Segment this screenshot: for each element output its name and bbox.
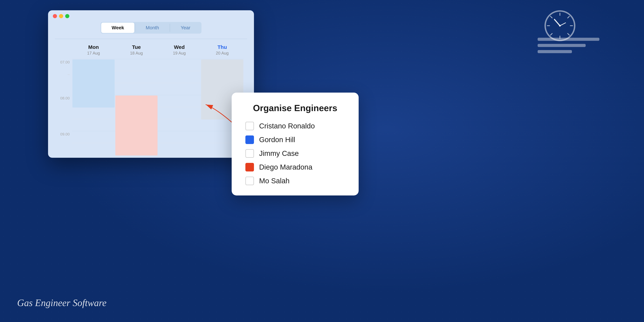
cell-thu-0700[interactable] [201,59,244,71]
cell-wed-1[interactable] [158,71,201,83]
calendar-grid: Mon 17 Aug Tue 18 Aug Wed 19 Aug Thu 20 … [48,42,254,158]
time-0700: 07.00 [58,59,72,71]
svg-line-8 [554,19,560,26]
block-mon-blue [72,59,115,107]
day-name-tue: Tue [115,44,158,50]
cell-wed-8[interactable] [158,155,201,158]
titlebar [48,10,254,22]
svg-line-7 [550,33,552,35]
organise-title: Organise Engineers [246,103,345,113]
cell-wed-0700[interactable] [158,59,201,71]
clock-line-3 [538,50,572,53]
cell-mon-8[interactable] [72,155,115,158]
calendar-header: Mon 17 Aug Tue 18 Aug Wed 19 Aug Thu 20 … [58,42,244,57]
maximize-button[interactable] [65,14,69,18]
time-0900: 09.00 [58,131,72,143]
cell-tue-1[interactable] [115,71,158,83]
tab-week[interactable]: Week [101,23,134,33]
cell-mon-5[interactable] [72,119,115,131]
cell-wed-0800[interactable] [158,95,201,107]
day-date-thu: 20 Aug [201,51,244,55]
engineer-name-3: Diego Maradona [259,163,312,171]
cell-tue-2[interactable] [115,83,158,95]
day-name-thu: Thu [201,44,244,50]
day-date-tue: 18 Aug [115,51,158,55]
engineer-item-2[interactable]: Jimmy Case [246,149,345,158]
engineer-name-4: Mo Salah [259,177,290,185]
day-name-wed: Wed [158,44,201,50]
cell-wed-0900[interactable] [158,131,201,143]
branding-text: Gas Engineer Software [17,298,106,308]
engineer-name-2: Jimmy Case [259,149,299,158]
minimize-button[interactable] [59,14,63,18]
day-date-mon: 17 Aug [72,51,115,55]
organise-panel: Organise Engineers Cristano Ronaldo Gord… [232,93,359,195]
svg-line-9 [560,23,566,26]
app-window: Week Month Year Mon 17 Aug Tue 18 Aug We… [48,10,254,158]
clock-face [544,10,575,41]
engineer-item-4[interactable]: Mo Salah [246,177,345,185]
branding: Gas Engineer Software [17,297,106,308]
day-header-thu: Thu 20 Aug [201,42,244,57]
cell-tue-0800[interactable] [115,95,158,107]
engineer-name-1: Gordon Hill [259,136,295,144]
time-tick-7 [58,143,72,155]
svg-line-5 [568,33,569,35]
svg-point-10 [559,25,561,26]
time-0800: 08.00 [58,95,72,107]
day-header-wed: Wed 19 Aug [158,42,201,57]
day-date-wed: 19 Aug [158,51,201,55]
block-tue-pink [115,95,158,156]
day-name-mon: Mon [72,44,115,50]
engineer-item-3[interactable]: Diego Maradona [246,163,345,171]
svg-line-6 [568,16,569,18]
cell-mon-0700[interactable] [72,59,115,71]
checkbox-mo[interactable] [246,177,254,185]
time-tick-2 [58,83,72,95]
cell-mon-0900[interactable] [72,131,115,143]
cell-mon-4[interactable] [72,107,115,119]
checkbox-jimmy[interactable] [246,149,254,158]
checkbox-diego[interactable] [246,163,254,171]
time-tick-4 [58,107,72,119]
tab-divider-2 [170,24,170,32]
day-header-mon: Mon 17 Aug [72,42,115,57]
engineer-item-0[interactable]: Cristano Ronaldo [246,122,345,130]
engineer-item-1[interactable]: Gordon Hill [246,135,345,144]
day-header-tue: Tue 18 Aug [115,42,158,57]
cell-wed-5[interactable] [158,119,201,131]
engineer-name-0: Cristano Ronaldo [259,122,315,130]
tab-year[interactable]: Year [170,23,201,33]
tab-divider [135,24,135,32]
time-tick-8 [58,155,72,158]
time-tick-5 [58,119,72,131]
clock-lines-decoration [538,38,600,53]
close-button[interactable] [53,14,57,18]
checkbox-gordon[interactable] [246,135,254,144]
clock-line-1 [538,38,600,41]
time-tick-1 [58,71,72,83]
cell-mon-7[interactable] [72,143,115,155]
checkbox-cristano[interactable] [246,122,254,130]
cell-tue-0700[interactable] [115,59,158,71]
engineer-list: Cristano Ronaldo Gordon Hill Jimmy Case … [246,122,345,185]
svg-line-4 [550,16,552,18]
cell-wed-7[interactable] [158,143,201,155]
cell-wed-4[interactable] [158,107,201,119]
tab-bar: Week Month Year [48,22,254,34]
tab-month[interactable]: Month [136,23,169,33]
separator [55,39,247,39]
clock-line-2 [538,44,586,47]
tab-group: Week Month Year [100,22,201,34]
cell-wed-2[interactable] [158,83,201,95]
